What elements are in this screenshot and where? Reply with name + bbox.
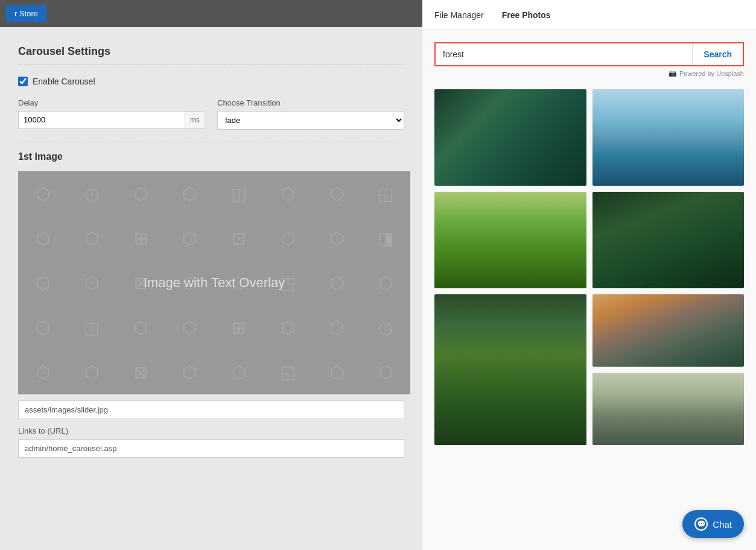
photo-item[interactable] <box>434 294 586 445</box>
placeholder-icon: ⬡ <box>313 350 361 394</box>
powered-by: 📷 Powered by Unsplash <box>434 69 744 77</box>
placeholder-icon: ⬡ <box>18 171 67 216</box>
search-button[interactable]: Search <box>692 43 743 65</box>
placeholder-icon: ⊡ <box>214 216 263 261</box>
image-placeholder: ⬡ ◷ ⬡ ⬡ ◫ ⬡ ⬡ ◱ ⬡ ⬡ ⊞ ⬡ ⊡ ⬡ ⬡ ◨ ⬡ ⬡ ⊠ ⬡ <box>18 171 410 394</box>
photos-grid <box>422 89 756 550</box>
placeholder-icon: ◫ <box>67 305 116 350</box>
placeholder-icon: ◷ <box>361 305 410 350</box>
links-url-input[interactable] <box>18 439 404 458</box>
file-path-input[interactable] <box>18 400 404 419</box>
chat-icon: 💬 <box>694 517 708 531</box>
placeholder-icon: ◱ <box>263 350 312 394</box>
placeholder-icon: ⬡ <box>263 216 312 261</box>
placeholder-icon: ⬡ <box>67 261 116 305</box>
placeholder-icon: ⊞ <box>116 216 165 261</box>
search-box: Search <box>434 42 744 66</box>
placeholder-icon: ⬡ <box>313 305 361 350</box>
placeholder-icon: ◫ <box>214 171 263 216</box>
photo-item[interactable] <box>592 373 745 445</box>
placeholder-icon: ⬡ <box>263 305 312 350</box>
photos-row-2 <box>434 192 744 288</box>
photo-item[interactable] <box>592 89 745 186</box>
delay-group: Delay ms <box>18 98 205 130</box>
transition-select[interactable]: fade <box>217 111 404 130</box>
nav-file-manager[interactable]: File Manager <box>434 7 484 23</box>
section-divider <box>18 142 404 142</box>
right-panel: File Manager Free Photos Search 📷 Powere… <box>422 0 756 550</box>
photo-item[interactable] <box>434 192 586 288</box>
placeholder-icon: ⬡ <box>165 171 214 216</box>
delay-label: Delay <box>18 98 205 107</box>
placeholder-icon: ⬡ <box>313 261 361 305</box>
placeholder-icon: ⬡ <box>18 216 67 261</box>
placeholder-icon: ⊠ <box>116 350 165 394</box>
photo-item[interactable] <box>592 294 745 367</box>
placeholder-icon: ⬡ <box>214 350 263 394</box>
nav-free-photos[interactable]: Free Photos <box>502 7 551 23</box>
delay-unit: ms <box>185 112 205 128</box>
placeholder-icon: ⬡ <box>116 171 165 216</box>
placeholder-icon: ⊞ <box>214 305 263 350</box>
form-row-delay: Delay ms Choose Transition fade <box>18 98 404 130</box>
chat-button[interactable]: 💬 Chat <box>682 510 744 538</box>
placeholder-icon: ⬡ <box>18 261 67 305</box>
placeholder-icon: ◱ <box>361 171 410 216</box>
photos-row-1 <box>434 89 744 186</box>
placeholder-icon: ⬡ <box>18 305 67 350</box>
delay-input-wrapper: ms <box>18 111 205 128</box>
placeholder-icon: ⬡ <box>165 305 214 350</box>
placeholder-icon: ⬡ <box>313 216 361 261</box>
placeholder-icon: ⬡ <box>67 350 116 394</box>
file-input-row <box>18 400 404 419</box>
delay-input[interactable] <box>19 112 185 128</box>
placeholder-icon: ⬡ <box>116 305 165 350</box>
transition-group: Choose Transition fade <box>217 98 404 130</box>
left-panel: r Store Carousel Settings Enable Carouse… <box>0 0 422 550</box>
powered-by-text: Powered by Unsplash <box>679 70 744 77</box>
left-content: Carousel Settings Enable Carousel Delay … <box>0 27 422 476</box>
placeholder-icon: ◨ <box>361 216 410 261</box>
links-label: Links to (URL) <box>18 426 404 435</box>
chat-label: Chat <box>713 519 732 529</box>
placeholder-icon: ⬡ <box>18 350 67 394</box>
right-header: File Manager Free Photos <box>422 0 756 30</box>
placeholder-icon: ⬡ <box>165 350 214 394</box>
placeholder-icon: ⬡ <box>313 171 361 216</box>
search-input[interactable] <box>436 43 692 65</box>
carousel-settings-title: Carousel Settings <box>18 45 404 65</box>
photo-item[interactable] <box>434 89 586 186</box>
placeholder-icon: ⬡ <box>361 261 410 305</box>
enable-carousel-checkbox[interactable] <box>18 77 28 86</box>
first-image-title: 1st Image <box>18 151 404 162</box>
photo-item[interactable] <box>592 192 745 288</box>
photos-row-3 <box>434 294 744 445</box>
enable-carousel-label: Enable Carousel <box>33 77 95 86</box>
placeholder-icon: ⬡ <box>165 216 214 261</box>
search-section: Search 📷 Powered by Unsplash <box>422 30 756 89</box>
enable-carousel-row: Enable Carousel <box>18 77 404 86</box>
placeholder-icon: ◷ <box>67 171 116 216</box>
camera-icon: 📷 <box>669 69 677 77</box>
top-bar: r Store <box>0 0 422 27</box>
placeholder-icon: ⬡ <box>67 216 116 261</box>
store-button[interactable]: r Store <box>6 5 46 22</box>
placeholder-icon: ⬡ <box>361 350 410 394</box>
transition-label: Choose Transition <box>217 98 404 107</box>
image-overlay-text: Image with Text Overlay <box>144 275 285 291</box>
placeholder-icon: ⬡ <box>263 171 312 216</box>
